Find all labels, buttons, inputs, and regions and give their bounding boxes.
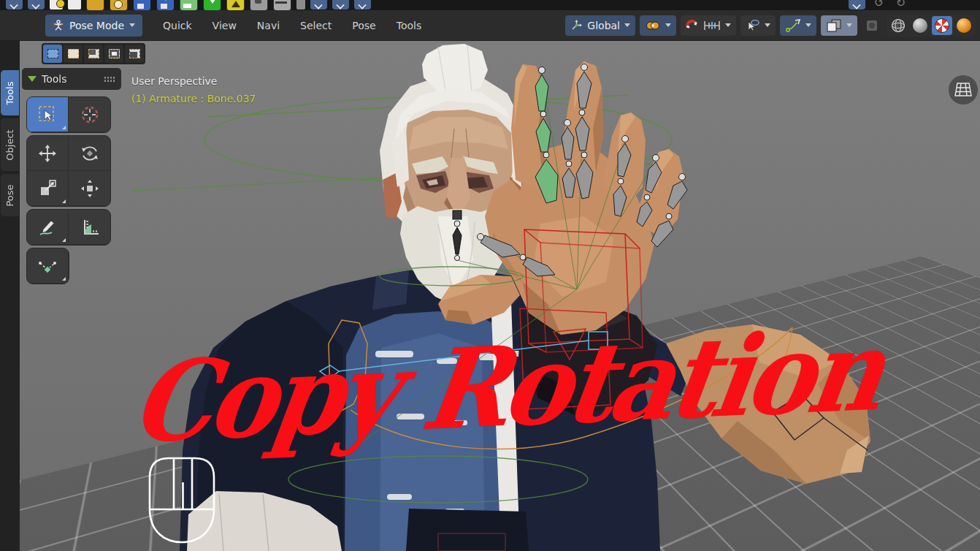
menu-navi[interactable]: Navi bbox=[257, 20, 280, 31]
dropdown-icon[interactable] bbox=[354, 0, 371, 10]
import-icon[interactable] bbox=[203, 0, 221, 10]
menu-quick[interactable]: Quick bbox=[163, 20, 192, 31]
tool-group-breakdowner bbox=[26, 248, 69, 284]
shading-wireframe-button[interactable] bbox=[888, 16, 908, 35]
proportional-editing-icon bbox=[746, 19, 760, 32]
pivot-point-icon bbox=[645, 20, 661, 31]
snap-controls[interactable] bbox=[681, 15, 736, 36]
shading-rendered-button[interactable] bbox=[954, 16, 974, 35]
dropdown-icon[interactable] bbox=[332, 0, 349, 10]
proportional-editing-dropdown[interactable] bbox=[740, 15, 776, 36]
render-animation-icon[interactable] bbox=[273, 0, 291, 10]
dropdown-icon[interactable] bbox=[6, 0, 23, 10]
tool-small-icon[interactable] bbox=[296, 0, 305, 10]
tool-group-select bbox=[26, 96, 111, 133]
export-icon[interactable] bbox=[226, 0, 245, 10]
tool-move[interactable] bbox=[27, 136, 69, 171]
scale-icon bbox=[37, 178, 58, 199]
tool-select-box[interactable] bbox=[27, 97, 69, 132]
file-new-icon[interactable] bbox=[50, 0, 63, 10]
active-object-label: (1) Armature : Bone.037 bbox=[131, 93, 256, 104]
menu-tools[interactable]: Tools bbox=[397, 20, 422, 31]
character-model bbox=[180, 44, 870, 551]
redo-icon[interactable]: ↻ bbox=[892, 0, 909, 10]
pose-breakdowner-icon bbox=[37, 256, 58, 276]
orientation-label: Global bbox=[587, 20, 620, 31]
shading-mode-group bbox=[887, 15, 976, 37]
falloff-curve-icon bbox=[785, 18, 801, 33]
select-mode-invert[interactable] bbox=[104, 45, 123, 63]
orientation-dropdown[interactable]: Global bbox=[565, 15, 635, 36]
axes-icon bbox=[570, 19, 583, 31]
undo-icon[interactable]: ↺ bbox=[870, 0, 887, 10]
solid-sphere-icon bbox=[913, 18, 927, 33]
menu-pose[interactable]: Pose bbox=[352, 20, 375, 31]
3d-viewport[interactable]: User Perspective (1) Armature : Bone.037… bbox=[0, 41, 980, 551]
grid-view-button[interactable] bbox=[949, 75, 978, 104]
shading-solid-button[interactable] bbox=[910, 16, 930, 35]
dropdown-icon[interactable] bbox=[849, 0, 865, 10]
viewport-perspective-label: User Perspective bbox=[131, 75, 217, 87]
chevron-down-icon bbox=[129, 23, 135, 27]
tool-transform[interactable] bbox=[69, 171, 110, 206]
menu-view[interactable]: View bbox=[213, 20, 237, 31]
transform-icon bbox=[80, 178, 100, 199]
tool-group-transform bbox=[26, 135, 111, 207]
overlay-title-text: Copy Rotation bbox=[126, 315, 888, 458]
grid-icon bbox=[954, 82, 972, 98]
select-new-icon bbox=[47, 49, 58, 58]
tool-pose-breakdowner[interactable] bbox=[27, 248, 69, 284]
folder-open-icon[interactable] bbox=[86, 0, 104, 10]
sidebar-tab-strip: Tools Object Pose bbox=[0, 41, 20, 551]
chevron-down-icon bbox=[765, 23, 770, 27]
dropdown-icon[interactable] bbox=[28, 0, 45, 10]
save-copy-icon[interactable] bbox=[180, 0, 198, 10]
falloff-dropdown[interactable] bbox=[780, 15, 816, 36]
gizmo-button[interactable] bbox=[862, 15, 882, 36]
tool-cursor[interactable] bbox=[69, 97, 110, 132]
scene-canvas bbox=[0, 41, 980, 551]
sidebar-tab-pose[interactable]: Pose bbox=[1, 174, 19, 216]
sidebar-tab-tools[interactable]: Tools bbox=[1, 70, 19, 115]
dropdown-icon[interactable] bbox=[310, 0, 327, 10]
viewport-header: Pose Mode Quick View Navi Select Pose To… bbox=[0, 10, 980, 41]
selected-green-bones bbox=[535, 75, 558, 203]
file-icon[interactable] bbox=[68, 0, 81, 10]
snap-target-icon bbox=[703, 20, 721, 31]
top-toolbar: ↺ ↻ bbox=[0, 0, 980, 10]
tools-panel-header[interactable]: Tools bbox=[22, 68, 121, 90]
select-mode-extend[interactable] bbox=[64, 45, 83, 63]
overlays-dropdown[interactable] bbox=[821, 15, 857, 36]
chevron-down-icon bbox=[725, 23, 731, 27]
material-sphere-icon bbox=[935, 18, 949, 33]
pose-figure-icon bbox=[53, 20, 64, 31]
sidebar-tab-object[interactable]: Object bbox=[1, 118, 19, 171]
tools-panel-title: Tools bbox=[42, 73, 67, 85]
render-image-icon[interactable] bbox=[250, 0, 268, 10]
blender-window: ↺ ↻ Pose Mode Quick View Navi Select Pos… bbox=[0, 0, 980, 551]
save-icon[interactable] bbox=[133, 0, 151, 10]
wireframe-sphere-icon bbox=[891, 18, 906, 33]
chevron-down-icon bbox=[846, 23, 852, 27]
pivot-point-dropdown[interactable] bbox=[640, 15, 676, 36]
header-right-controls: Global bbox=[565, 15, 980, 37]
move-icon bbox=[37, 143, 58, 164]
measure-icon bbox=[80, 217, 100, 238]
tool-rotate[interactable] bbox=[69, 136, 110, 171]
select-box-icon bbox=[37, 104, 58, 125]
shading-material-button[interactable] bbox=[932, 16, 952, 35]
select-mode-subtract[interactable] bbox=[84, 45, 103, 63]
tool-annotate[interactable] bbox=[27, 210, 69, 245]
folder-recent-icon[interactable] bbox=[110, 0, 128, 10]
gizmo-icon bbox=[863, 17, 881, 34]
mode-selector[interactable]: Pose Mode bbox=[45, 15, 142, 37]
grip-dots-icon[interactable] bbox=[104, 76, 115, 83]
save-as-icon[interactable] bbox=[156, 0, 175, 10]
menu-select[interactable]: Select bbox=[300, 20, 332, 31]
select-mode-intersect[interactable] bbox=[125, 45, 144, 63]
character-head bbox=[380, 44, 527, 305]
cursor-tool-icon bbox=[80, 104, 100, 125]
tool-scale[interactable] bbox=[27, 171, 69, 206]
tool-measure[interactable] bbox=[69, 210, 110, 245]
select-mode-new[interactable] bbox=[43, 45, 62, 63]
